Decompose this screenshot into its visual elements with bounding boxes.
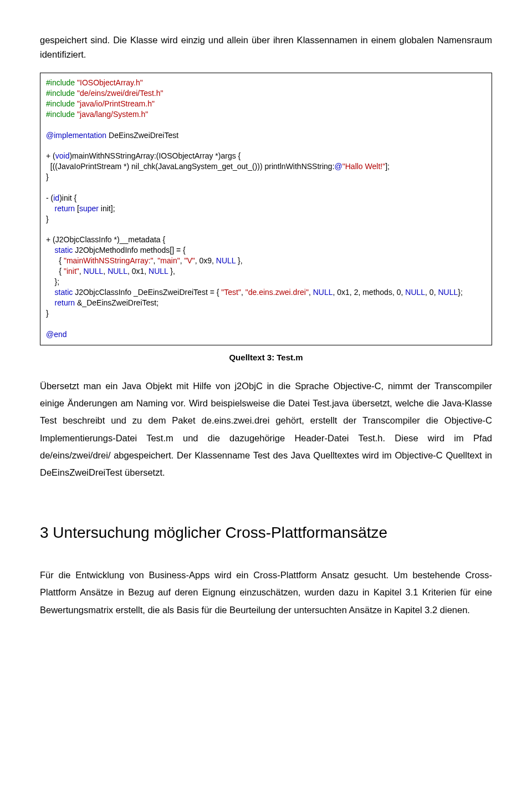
paragraph-body-2: Für die Entwicklung von Business-Apps wi… bbox=[40, 567, 492, 619]
paragraph-intro: gespeichert sind. Die Klasse wird einzig… bbox=[40, 33, 492, 62]
code-caption: Quelltext 3: Test.m bbox=[40, 351, 492, 364]
paragraph-body-1: Übersetzt man ein Java Objekt mit Hilfe … bbox=[40, 378, 492, 482]
section-heading: 3 Untersuchung möglicher Cross-Plattform… bbox=[40, 521, 492, 544]
code-listing: #include "IOSObjectArray.h" #include "de… bbox=[40, 73, 492, 345]
